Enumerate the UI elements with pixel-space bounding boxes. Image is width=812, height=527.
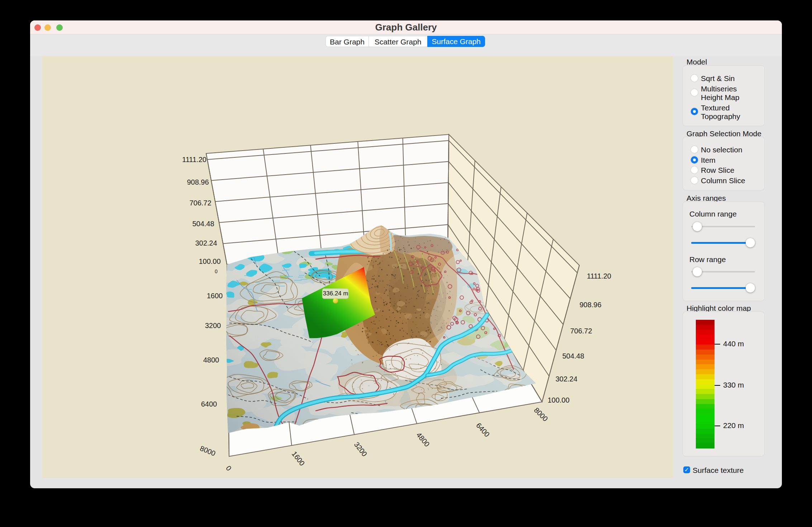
svg-text:1111.20: 1111.20 <box>182 156 206 163</box>
svg-text:302.24: 302.24 <box>555 375 577 383</box>
svg-text:706.72: 706.72 <box>570 327 592 335</box>
svg-text:706.72: 706.72 <box>189 199 211 207</box>
svg-text:908.96: 908.96 <box>187 178 209 186</box>
svg-text:3200: 3200 <box>205 322 221 329</box>
svg-text:6400: 6400 <box>201 400 217 408</box>
svg-text:336.24 m: 336.24 m <box>323 290 348 297</box>
svg-text:1111.20: 1111.20 <box>587 272 611 280</box>
svg-text:908.96: 908.96 <box>579 301 601 309</box>
svg-text:4800: 4800 <box>203 356 219 364</box>
svg-text:504.48: 504.48 <box>562 352 584 360</box>
svg-text:302.24: 302.24 <box>195 239 217 247</box>
svg-text:504.48: 504.48 <box>192 220 214 228</box>
svg-text:100.00: 100.00 <box>199 257 220 265</box>
svg-text:100.00: 100.00 <box>547 396 569 404</box>
svg-text:1600: 1600 <box>207 292 223 300</box>
svg-text:0: 0 <box>215 269 218 274</box>
